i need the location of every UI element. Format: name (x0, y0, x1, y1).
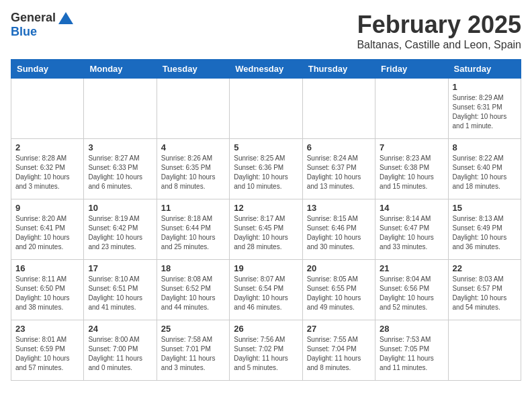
day-info-11: Sunrise: 8:18 AM Sunset: 6:44 PM Dayligh… (161, 214, 225, 252)
day-num-9: 9 (15, 203, 79, 213)
cell-w1-d0: 2Sunrise: 8:28 AM Sunset: 6:32 PM Daylig… (11, 139, 84, 199)
day-num-11: 11 (161, 203, 225, 213)
day-info-14: Sunrise: 8:14 AM Sunset: 6:47 PM Dayligh… (380, 214, 443, 252)
day-num-10: 10 (88, 203, 152, 213)
cell-w3-d3: 19Sunrise: 8:07 AM Sunset: 6:54 PM Dayli… (230, 260, 302, 320)
week-row-1: 2Sunrise: 8:28 AM Sunset: 6:32 PM Daylig… (11, 139, 521, 199)
day-info-9: Sunrise: 8:20 AM Sunset: 6:41 PM Dayligh… (15, 214, 79, 252)
cell-w1-d5: 7Sunrise: 8:23 AM Sunset: 6:38 PM Daylig… (375, 139, 448, 199)
day-num-1: 1 (453, 82, 517, 92)
cell-w4-d6 (448, 320, 521, 381)
calendar-body: 1Sunrise: 8:29 AM Sunset: 6:31 PM Daylig… (11, 79, 521, 381)
day-info-23: Sunrise: 8:01 AM Sunset: 6:59 PM Dayligh… (15, 335, 79, 373)
day-num-17: 17 (88, 263, 152, 273)
cell-w4-d1: 24Sunrise: 8:00 AM Sunset: 7:00 PM Dayli… (84, 320, 157, 381)
logo-general: General (11, 11, 56, 25)
calendar-header-row: Sunday Monday Tuesday Wednesday Thursday… (11, 60, 521, 79)
day-info-10: Sunrise: 8:19 AM Sunset: 6:42 PM Dayligh… (88, 214, 152, 252)
day-info-6: Sunrise: 8:24 AM Sunset: 6:37 PM Dayligh… (307, 154, 371, 191)
day-num-12: 12 (234, 203, 298, 213)
logo-blue: Blue (11, 25, 37, 38)
col-wednesday: Wednesday (230, 60, 302, 79)
col-saturday: Saturday (448, 60, 521, 79)
month-title: February 2025 (357, 11, 521, 39)
day-num-15: 15 (453, 203, 517, 213)
day-info-4: Sunrise: 8:26 AM Sunset: 6:35 PM Dayligh… (161, 154, 225, 191)
cell-w2-d4: 13Sunrise: 8:15 AM Sunset: 6:46 PM Dayli… (302, 199, 375, 260)
cell-w3-d4: 20Sunrise: 8:05 AM Sunset: 6:55 PM Dayli… (302, 260, 375, 320)
day-info-17: Sunrise: 8:10 AM Sunset: 6:51 PM Dayligh… (88, 275, 152, 312)
col-monday: Monday (84, 60, 157, 79)
day-num-6: 6 (307, 142, 371, 152)
day-num-3: 3 (88, 142, 152, 152)
cell-w4-d2: 25Sunrise: 7:58 AM Sunset: 7:01 PM Dayli… (157, 320, 229, 381)
day-num-13: 13 (307, 203, 371, 213)
day-info-3: Sunrise: 8:27 AM Sunset: 6:33 PM Dayligh… (88, 154, 152, 191)
day-info-25: Sunrise: 7:58 AM Sunset: 7:01 PM Dayligh… (161, 335, 225, 373)
cell-w0-d4 (302, 79, 375, 139)
cell-w4-d3: 26Sunrise: 7:56 AM Sunset: 7:02 PM Dayli… (230, 320, 302, 381)
day-info-22: Sunrise: 8:03 AM Sunset: 6:57 PM Dayligh… (453, 275, 517, 312)
day-num-4: 4 (161, 142, 225, 152)
title-block: February 2025 Baltanas, Castille and Leo… (357, 11, 521, 51)
cell-w0-d3 (230, 79, 302, 139)
cell-w2-d6: 15Sunrise: 8:13 AM Sunset: 6:49 PM Dayli… (448, 199, 521, 260)
day-info-18: Sunrise: 8:08 AM Sunset: 6:52 PM Dayligh… (161, 275, 225, 312)
col-sunday: Sunday (11, 60, 84, 79)
cell-w2-d2: 11Sunrise: 8:18 AM Sunset: 6:44 PM Dayli… (157, 199, 229, 260)
day-num-22: 22 (453, 263, 517, 273)
day-num-20: 20 (307, 263, 371, 273)
day-info-27: Sunrise: 7:55 AM Sunset: 7:04 PM Dayligh… (307, 335, 371, 373)
day-info-12: Sunrise: 8:17 AM Sunset: 6:45 PM Dayligh… (234, 214, 298, 252)
week-row-4: 23Sunrise: 8:01 AM Sunset: 6:59 PM Dayli… (11, 320, 521, 381)
cell-w1-d3: 5Sunrise: 8:25 AM Sunset: 6:36 PM Daylig… (230, 139, 302, 199)
day-info-7: Sunrise: 8:23 AM Sunset: 6:38 PM Dayligh… (380, 154, 443, 191)
day-num-16: 16 (15, 263, 79, 273)
cell-w0-d1 (84, 79, 157, 139)
week-row-2: 9Sunrise: 8:20 AM Sunset: 6:41 PM Daylig… (11, 199, 521, 260)
cell-w0-d2 (157, 79, 229, 139)
day-num-19: 19 (234, 263, 298, 273)
day-num-21: 21 (380, 263, 443, 273)
cell-w3-d1: 17Sunrise: 8:10 AM Sunset: 6:51 PM Dayli… (84, 260, 157, 320)
day-info-20: Sunrise: 8:05 AM Sunset: 6:55 PM Dayligh… (307, 275, 371, 312)
page: General Blue February 2025 Baltanas, Cas… (0, 0, 532, 392)
day-info-21: Sunrise: 8:04 AM Sunset: 6:56 PM Dayligh… (380, 275, 443, 312)
location: Baltanas, Castille and Leon, Spain (357, 39, 521, 51)
cell-w2-d0: 9Sunrise: 8:20 AM Sunset: 6:41 PM Daylig… (11, 199, 84, 260)
cell-w1-d4: 6Sunrise: 8:24 AM Sunset: 6:37 PM Daylig… (302, 139, 375, 199)
cell-w3-d6: 22Sunrise: 8:03 AM Sunset: 6:57 PM Dayli… (448, 260, 521, 320)
cell-w2-d5: 14Sunrise: 8:14 AM Sunset: 6:47 PM Dayli… (375, 199, 448, 260)
day-info-2: Sunrise: 8:28 AM Sunset: 6:32 PM Dayligh… (15, 154, 79, 191)
cell-w1-d1: 3Sunrise: 8:27 AM Sunset: 6:33 PM Daylig… (84, 139, 157, 199)
cell-w4-d5: 28Sunrise: 7:53 AM Sunset: 7:05 PM Dayli… (375, 320, 448, 381)
cell-w3-d5: 21Sunrise: 8:04 AM Sunset: 6:56 PM Dayli… (375, 260, 448, 320)
day-num-23: 23 (15, 324, 79, 334)
logo-icon (58, 12, 73, 24)
cell-w2-d1: 10Sunrise: 8:19 AM Sunset: 6:42 PM Dayli… (84, 199, 157, 260)
cell-w4-d0: 23Sunrise: 8:01 AM Sunset: 6:59 PM Dayli… (11, 320, 84, 381)
svg-marker-0 (58, 12, 73, 24)
day-info-26: Sunrise: 7:56 AM Sunset: 7:02 PM Dayligh… (234, 335, 298, 373)
day-info-16: Sunrise: 8:11 AM Sunset: 6:50 PM Dayligh… (15, 275, 79, 312)
col-thursday: Thursday (302, 60, 375, 79)
day-num-24: 24 (88, 324, 152, 334)
day-num-2: 2 (15, 142, 79, 152)
cell-w2-d3: 12Sunrise: 8:17 AM Sunset: 6:45 PM Dayli… (230, 199, 302, 260)
col-tuesday: Tuesday (157, 60, 229, 79)
week-row-0: 1Sunrise: 8:29 AM Sunset: 6:31 PM Daylig… (11, 79, 521, 139)
cell-w0-d0 (11, 79, 84, 139)
day-info-24: Sunrise: 8:00 AM Sunset: 7:00 PM Dayligh… (88, 335, 152, 373)
day-num-7: 7 (380, 142, 443, 152)
day-info-8: Sunrise: 8:22 AM Sunset: 6:40 PM Dayligh… (453, 154, 517, 191)
calendar-table: Sunday Monday Tuesday Wednesday Thursday… (11, 59, 521, 381)
day-num-28: 28 (380, 324, 443, 334)
col-friday: Friday (375, 60, 448, 79)
cell-w4-d4: 27Sunrise: 7:55 AM Sunset: 7:04 PM Dayli… (302, 320, 375, 381)
cell-w0-d6: 1Sunrise: 8:29 AM Sunset: 6:31 PM Daylig… (448, 79, 521, 139)
logo: General Blue (11, 11, 73, 39)
week-row-3: 16Sunrise: 8:11 AM Sunset: 6:50 PM Dayli… (11, 260, 521, 320)
day-info-1: Sunrise: 8:29 AM Sunset: 6:31 PM Dayligh… (453, 93, 517, 131)
day-num-18: 18 (161, 263, 225, 273)
day-num-26: 26 (234, 324, 298, 334)
